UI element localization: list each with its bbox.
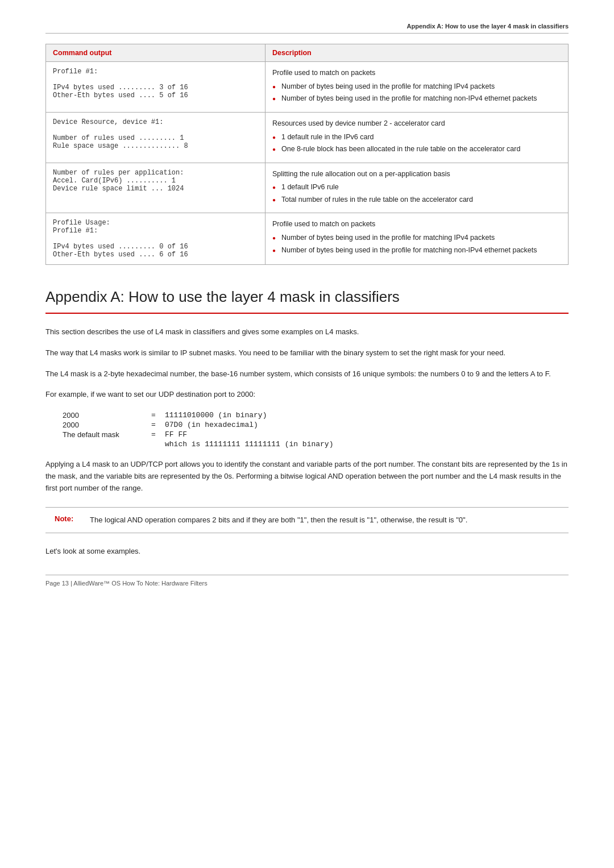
table-row-cmd-1: Device Resource, device #1: Number of ru… (46, 112, 265, 163)
table-row-desc-1: Resources used by device number 2 - acce… (265, 112, 568, 163)
table-row-desc-3: Profile used to match on packetsNumber o… (265, 213, 568, 265)
bullet-1-1: One 8-rule block has been allocated in t… (272, 144, 561, 155)
page-footer: Page 13 | AlliedWare™ OS How To Note: Ha… (45, 575, 569, 587)
appendix-title: Appendix A: How to use the layer 4 mask … (45, 288, 569, 314)
table-row-cmd-0: Profile #1: IPv4 bytes used ......... 3 … (46, 62, 265, 113)
desc-intro-3: Profile used to match on packets (272, 219, 561, 230)
note-text: The logical AND operation compares 2 bit… (90, 514, 467, 526)
desc-intro-1: Resources used by device number 2 - acce… (272, 118, 561, 129)
desc-intro-2: Splitting the rule allocation out on a p… (272, 169, 561, 180)
ex-label-1: 2000 (63, 421, 142, 429)
ex-val-2: FF FF (165, 430, 187, 439)
paragraph-after: Applying a L4 mask to an UDP/TCP port al… (45, 459, 569, 494)
col2-header: Description (265, 44, 568, 62)
ex-label-0: 2000 (63, 411, 142, 420)
example-block: 2000=11111010000 (in binary)2000=07D0 (i… (63, 411, 569, 448)
example-row-2: The default mask=FF FF (63, 430, 569, 439)
page-header: Appendix A: How to use the layer 4 mask … (45, 23, 569, 34)
ex-eq-2: = (142, 430, 165, 439)
example-row-1: 2000=07D0 (in hexadecimal) (63, 421, 569, 429)
desc-intro-0: Profile used to match on packets (272, 68, 561, 78)
bullet-2-0: 1 default IPv6 rule (272, 182, 561, 193)
table-row-cmd-3: Profile Usage: Profile #1: IPv4 bytes us… (46, 213, 265, 265)
bullet-2-1: Total number of rules in the rule table … (272, 195, 561, 205)
ex-eq-1: = (142, 421, 165, 429)
bullet-3-0: Number of bytes being used in the profil… (272, 233, 561, 243)
note-box: Note: The logical AND operation compares… (45, 507, 569, 534)
table-row-cmd-2: Number of rules per application: Accel. … (46, 163, 265, 213)
ex-eq-0: = (142, 411, 165, 420)
col1-header: Command output (46, 44, 265, 62)
footer-text: Page 13 | AlliedWare™ OS How To Note: Ha… (45, 580, 208, 587)
bullet-1-0: 1 default rule in the IPv6 card (272, 132, 561, 143)
bullet-0-1: Number of bytes being used in the profil… (272, 94, 561, 104)
appendix-para-3: For example, if we want to set our UDP d… (45, 389, 569, 401)
bullet-0-0: Number of bytes being used in the profil… (272, 82, 561, 92)
table-row-desc-2: Splitting the rule allocation out on a p… (265, 163, 568, 213)
ex-val-0: 11111010000 (in binary) (165, 411, 267, 420)
ex-label-2: The default mask (63, 430, 142, 439)
table-row-desc-0: Profile used to match on packetsNumber o… (265, 62, 568, 113)
example-row-0: 2000=11111010000 (in binary) (63, 411, 569, 420)
appendix-para-1: The way that L4 masks work is similar to… (45, 347, 569, 359)
note-label: Note: (55, 514, 82, 526)
appendix-para-0: This section describes the use of L4 mas… (45, 326, 569, 338)
ex-val-1: 07D0 (in hexadecimal) (165, 421, 258, 429)
closing-text: Let's look at some examples. (45, 546, 569, 558)
command-table: Command output Description Profile #1: I… (45, 44, 569, 265)
ex-val-3: which is 11111111 11111111 (in binary) (165, 440, 333, 448)
header-text: Appendix A: How to use the layer 4 mask … (407, 23, 569, 30)
bullet-3-1: Number of bytes being used in the profil… (272, 246, 561, 256)
example-row-3: which is 11111111 11111111 (in binary) (63, 440, 569, 448)
appendix-para-2: The L4 mask is a 2-byte hexadecimal numb… (45, 368, 569, 380)
appendix-section: Appendix A: How to use the layer 4 mask … (45, 288, 569, 558)
